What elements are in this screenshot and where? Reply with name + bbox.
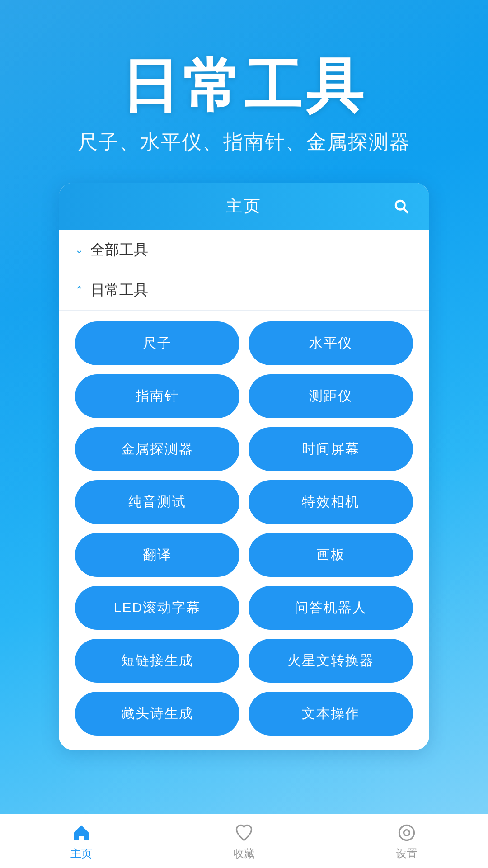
- nav-item-favorites[interactable]: 收藏: [163, 816, 325, 866]
- tool-btn-3[interactable]: 测距仪: [249, 374, 413, 418]
- page-content: 日常工具 尺子、水平仪、指南针、金属探测器 主页 ⌄ 全部工具 ⌃ 日常工具: [0, 0, 488, 813]
- tool-btn-label-13: 火星文转换器: [287, 651, 374, 670]
- tool-btn-2[interactable]: 指南针: [75, 374, 239, 418]
- tool-btn-label-6: 纯音测试: [128, 493, 186, 511]
- chevron-down-icon: ⌄: [75, 244, 83, 256]
- home-icon: [70, 822, 92, 844]
- nav-favorites-label: 收藏: [233, 846, 255, 861]
- tool-btn-8[interactable]: 翻译: [75, 533, 239, 577]
- tool-btn-9[interactable]: 画板: [249, 533, 413, 577]
- tools-grid: 尺子水平仪指南针测距仪金属探测器时间屏幕纯音测试特效相机翻译画板LED滚动字幕问…: [59, 311, 429, 750]
- tool-btn-0[interactable]: 尺子: [75, 321, 239, 365]
- tool-btn-label-12: 短链接生成: [121, 651, 193, 670]
- main-card: 主页 ⌄ 全部工具 ⌃ 日常工具 尺子水平仪指南针测距仪金属探测器时间屏幕纯音测…: [59, 183, 429, 750]
- nav-settings-label: 设置: [396, 846, 418, 861]
- section-daily-tools-label: 日常工具: [90, 280, 148, 300]
- tool-btn-1[interactable]: 水平仪: [249, 321, 413, 365]
- tool-btn-12[interactable]: 短链接生成: [75, 639, 239, 683]
- tool-btn-label-4: 金属探测器: [121, 440, 193, 458]
- hero-section: 日常工具 尺子、水平仪、指南针、金属探测器: [0, 0, 488, 183]
- settings-icon: [396, 822, 418, 844]
- tool-btn-label-10: LED滚动字幕: [114, 599, 201, 617]
- heart-icon: [233, 822, 255, 844]
- hero-title: 日常工具: [121, 54, 367, 118]
- tool-btn-4[interactable]: 金属探测器: [75, 427, 239, 471]
- tool-btn-label-15: 文本操作: [302, 704, 360, 723]
- tool-btn-7[interactable]: 特效相机: [249, 480, 413, 524]
- tool-btn-11[interactable]: 问答机器人: [249, 586, 413, 630]
- tool-btn-5[interactable]: 时间屏幕: [249, 427, 413, 471]
- nav-item-settings[interactable]: 设置: [325, 816, 488, 866]
- svg-point-3: [399, 825, 414, 840]
- card-header-title: 主页: [226, 195, 262, 217]
- svg-point-0: [396, 201, 405, 210]
- tool-btn-label-1: 水平仪: [309, 334, 352, 353]
- nav-item-home[interactable]: 主页: [0, 816, 163, 866]
- section-all-tools-label: 全部工具: [90, 240, 148, 260]
- search-button[interactable]: [389, 194, 413, 218]
- tool-btn-label-5: 时间屏幕: [302, 440, 360, 458]
- tool-btn-label-0: 尺子: [143, 334, 172, 353]
- svg-line-1: [404, 209, 408, 213]
- bottom-nav: 主页 收藏 设置: [0, 814, 488, 868]
- tool-btn-label-2: 指南针: [136, 387, 179, 406]
- tool-btn-label-8: 翻译: [143, 546, 172, 564]
- section-daily-tools[interactable]: ⌃ 日常工具: [59, 270, 429, 311]
- card-header: 主页: [59, 183, 429, 230]
- tool-btn-10[interactable]: LED滚动字幕: [75, 586, 239, 630]
- svg-point-2: [404, 830, 410, 835]
- nav-home-label: 主页: [70, 846, 92, 861]
- tool-btn-label-3: 测距仪: [309, 387, 352, 406]
- tool-btn-6[interactable]: 纯音测试: [75, 480, 239, 524]
- chevron-up-icon: ⌃: [75, 284, 83, 296]
- tool-btn-label-11: 问答机器人: [295, 599, 367, 617]
- tool-btn-15[interactable]: 文本操作: [249, 692, 413, 736]
- tool-btn-label-9: 画板: [316, 546, 345, 564]
- search-icon: [393, 198, 409, 214]
- tool-btn-label-14: 藏头诗生成: [121, 704, 193, 723]
- section-all-tools[interactable]: ⌄ 全部工具: [59, 230, 429, 270]
- hero-subtitle: 尺子、水平仪、指南针、金属探测器: [78, 129, 410, 156]
- tool-btn-14[interactable]: 藏头诗生成: [75, 692, 239, 736]
- tool-btn-label-7: 特效相机: [302, 493, 360, 511]
- tool-btn-13[interactable]: 火星文转换器: [249, 639, 413, 683]
